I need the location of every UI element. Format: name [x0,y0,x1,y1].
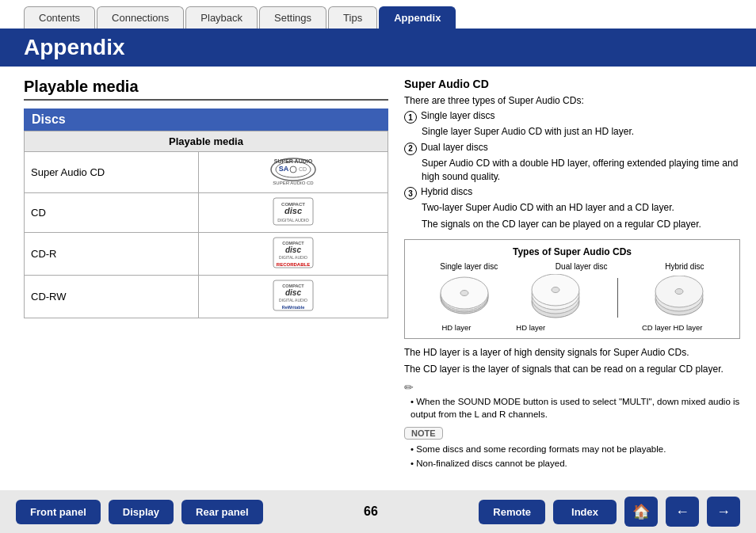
diagram-col2-label: Dual layer disc [556,262,608,271]
tab-connections[interactable]: Connections [97,6,184,29]
svg-text:CD: CD [299,166,307,172]
sound-mode-note: When the SOUND MODE button is used to se… [410,395,740,421]
rear-panel-button[interactable]: Rear panel [181,500,262,524]
svg-point-36 [552,287,559,292]
cd-logo-svg: COMPACT disc DIGITAL AUDIO [262,196,325,227]
type-3-detail-2: The signals on the CD layer can be playe… [422,218,740,231]
media-table: Playable media Super Audio CD SUPER AUDI… [24,131,388,318]
svg-point-42 [675,289,683,295]
right-heading: Super Audio CD [404,78,740,90]
diagram-label-cd-hd: CD layer HD layer [642,323,703,332]
hybrid-disc-svg [650,276,709,319]
table-row: Super Audio CD SUPER AUDIO SUPER AUDIO C… [25,152,388,193]
svg-point-28 [460,291,468,296]
back-icon: ← [675,504,689,520]
type-2-title: Dual layer discs [421,142,488,153]
cdrw-logo-svg: COMPACT disc DIGITAL AUDIO ReWritable [262,279,325,312]
svg-text:ReWritable: ReWritable [282,305,305,310]
note-bullet-2: Non-finalized discs cannot be played. [410,457,740,470]
table-header: Playable media [25,131,388,152]
forward-icon: → [716,504,731,520]
media-logo-cd: COMPACT disc DIGITAL AUDIO [198,193,388,233]
hd-note-2: The CD layer is the layer of signals tha… [404,362,740,376]
diagram-col1-label: Single layer disc [440,262,498,271]
note-bullet-1: Some discs and some recording formats ma… [410,443,740,455]
table-row: CD-RW COMPACT disc DIGITAL AUDIO ReWrita… [25,276,388,318]
table-row: CD-R COMPACT disc DIGITAL AUDIO RECORDAB… [25,233,388,276]
top-navigation: Contents Connections Playback Settings T… [0,0,756,29]
diagram-label-hd2: HD layer [516,323,545,332]
page-number: 66 [271,504,472,519]
svg-text:DIGITAL AUDIO: DIGITAL AUDIO [277,218,309,223]
main-content: Playable media Discs Playable media Supe… [0,67,756,471]
type-2-detail: Super Audio CD with a double HD layer, o… [422,157,740,184]
svg-text:disc: disc [285,246,301,254]
hd-note-1: The HD layer is a layer of high density … [404,345,740,360]
sacd-diagram: Types of Super Audio CDs Single layer di… [404,239,740,339]
svg-text:SUPER AUDIO: SUPER AUDIO [274,158,313,164]
front-panel-button[interactable]: Front panel [16,500,101,524]
svg-text:RECORDABLE: RECORDABLE [277,262,310,267]
left-column: Playable media Discs Playable media Supe… [24,78,388,471]
sacd-type-3: 3 Hybrid discs [404,186,740,200]
media-logo-sacd: SUPER AUDIO SUPER AUDIO CD SA CD [198,152,388,193]
pencil-icon: ✏ [404,381,740,394]
sacd-logo-svg: SUPER AUDIO SUPER AUDIO CD SA CD [262,155,325,187]
svg-text:SUPER AUDIO CD: SUPER AUDIO CD [273,181,314,185]
right-intro: There are three types of Super Audio CDs… [404,93,740,108]
tab-tips[interactable]: Tips [328,6,377,29]
index-button[interactable]: Index [553,500,617,524]
sacd-type-2: 2 Dual layer discs [404,142,740,155]
num-2: 2 [404,143,417,155]
svg-point-2 [290,166,296,173]
discs-header: Discs [24,109,388,131]
svg-text:DIGITAL AUDIO: DIGITAL AUDIO [279,255,307,260]
dual-layer-disc-svg [526,274,586,322]
home-icon: 🏠 [632,503,650,520]
media-label-sacd: Super Audio CD [25,152,199,193]
diagram-label-hd1: HD layer [441,323,471,332]
single-layer-disc-svg [435,276,494,319]
diagram-col3-label: Hybrid disc [665,262,704,271]
tab-appendix[interactable]: Appendix [379,6,456,29]
svg-text:disc: disc [285,288,301,297]
forward-button[interactable]: → [707,497,740,527]
page-title: Appendix [0,29,756,67]
diagram-title: Types of Super Audio CDs [411,246,733,257]
type-3-title: Hybrid discs [421,186,472,197]
type-3-detail-1: Two-layer Super Audio CD with an HD laye… [422,201,740,215]
media-label-cdr: CD-R [25,233,199,276]
back-button[interactable]: ← [666,497,699,527]
table-row: CD COMPACT disc DIGITAL AUDIO [25,193,388,233]
bottom-navigation: Front panel Display Rear panel 66 Remote… [0,490,756,533]
tab-contents[interactable]: Contents [24,6,95,29]
display-button[interactable]: Display [109,500,174,524]
tab-playback[interactable]: Playback [185,6,258,29]
home-button[interactable]: 🏠 [624,497,658,527]
type-1-title: Single layer discs [421,110,494,121]
section-title: Playable media [24,78,388,101]
media-label-cdrw: CD-RW [25,276,199,318]
svg-text:SA: SA [279,165,289,173]
sacd-type-1: 1 Single layer discs [404,110,740,124]
type-1-detail: Single layer Super Audio CD with just an… [422,125,740,139]
cdr-logo-svg: COMPACT disc DIGITAL AUDIO RECORDABLE [262,236,325,269]
media-logo-cdrw: COMPACT disc DIGITAL AUDIO ReWritable [198,276,388,318]
num-1: 1 [404,111,417,124]
diagram-divider [617,278,619,318]
media-label-cd: CD [25,193,199,233]
note-badge: NOTE [404,427,443,440]
media-logo-cdr: COMPACT disc DIGITAL AUDIO RECORDABLE [198,233,388,276]
svg-text:disc: disc [284,206,302,215]
svg-text:DIGITAL AUDIO: DIGITAL AUDIO [279,298,307,303]
num-3: 3 [404,187,417,200]
remote-button[interactable]: Remote [479,500,545,524]
right-column: Super Audio CD There are three types of … [404,78,740,471]
diagram-spacer [590,323,597,332]
tab-settings[interactable]: Settings [259,6,326,29]
